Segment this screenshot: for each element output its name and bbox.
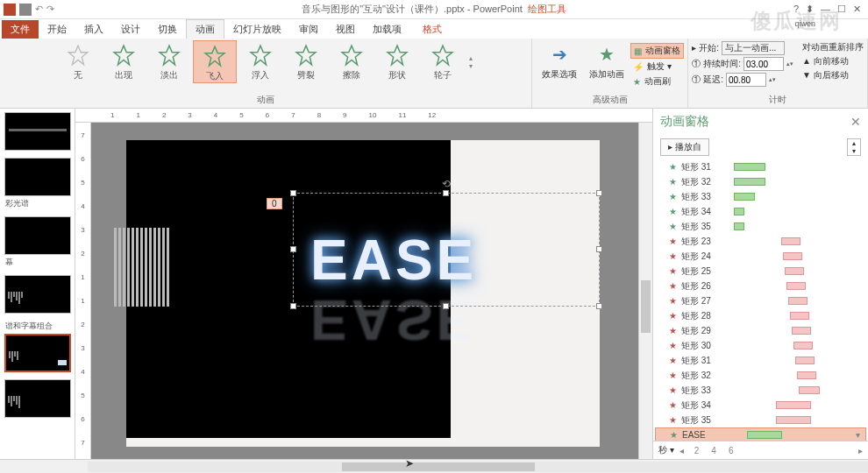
delay-spinner[interactable]: ▴▾ [769,77,776,82]
ruler-horizontal: 1123456789101112 [75,109,652,123]
slide-thumb-1[interactable] [4,112,71,151]
anim-fly-in[interactable]: 飞入 [193,40,237,83]
slide-thumb-3[interactable] [4,216,71,255]
anim-list-item[interactable]: ★矩形 32 [655,368,866,383]
anim-list-item[interactable]: ★EASE▾ [655,427,866,441]
anim-float-in[interactable]: 浮入 [238,40,282,83]
app-icon[interactable] [4,4,16,16]
duration-label: ① 持续时间: [692,58,741,70]
tab-transition[interactable]: 切换 [149,20,186,39]
anim-wipe[interactable]: 擦除 [330,40,374,83]
play-from-button[interactable]: ▸ 播放自 [660,138,709,156]
anim-list-item[interactable]: ★矩形 24 [655,249,866,264]
anim-fade[interactable]: 淡出 [147,40,191,83]
tab-insert[interactable]: 插入 [75,20,112,39]
animation-order-tag[interactable]: 0 [267,198,282,209]
svg-marker-7 [388,46,407,65]
anim-list-item[interactable]: ★矩形 25 [655,264,866,279]
duration-input[interactable] [743,57,784,71]
reorder-label: 对动画重新排序 [802,40,864,54]
start-value[interactable]: 与上一动画... [722,41,785,55]
canvas[interactable]: EASE EASE 0 ⟲ [91,123,638,459]
tab-format[interactable]: 格式 [414,20,451,39]
tab-home[interactable]: 开始 [39,20,75,39]
anim-list-item[interactable]: ★矩形 33 [655,189,866,204]
tab-review[interactable]: 审阅 [290,20,327,39]
anim-list-item[interactable]: ★矩形 32 [655,174,866,189]
animation-pane: 动画窗格✕ ▸ 播放自 ▴▾ ★矩形 31★矩形 32★矩形 33★矩形 34★… [652,109,868,459]
move-earlier-button[interactable]: ▲ 向前移动 [802,54,864,68]
anim-list-item[interactable]: ★矩形 28 [655,308,866,323]
anim-list-item[interactable]: ★矩形 34 [655,398,866,413]
ribbon-tabs: 文件 开始 插入 设计 切换 动画 幻灯片放映 审阅 视图 加载项 格式 [0,19,868,39]
tab-addins[interactable]: 加载项 [364,20,410,39]
selection-box[interactable]: ⟲ [293,193,600,307]
slide-thumb-6[interactable] [4,379,71,418]
anim-list-item[interactable]: ★矩形 35 [655,219,866,234]
effect-options-button[interactable]: ➔效果选项 [536,40,583,88]
svg-marker-4 [251,46,270,65]
qat-redo-icon[interactable]: ↷ [46,4,54,16]
group-label-timing: 计时 [769,94,786,107]
seconds-dropdown[interactable]: 秒 ▾ [658,444,674,456]
anim-none[interactable]: 无 [56,40,100,83]
anim-list-item[interactable]: ★矩形 30 [655,338,866,353]
rotate-handle-icon[interactable]: ⟲ [442,178,451,190]
anim-list-item[interactable]: ★矩形 29 [655,323,866,338]
animation-painter-button[interactable]: ★动画刷 [630,74,684,88]
bottom-scrollbar[interactable] [0,459,868,473]
tab-slideshow[interactable]: 幻灯片放映 [224,20,290,39]
reorder-buttons[interactable]: ▴▾ [847,138,861,156]
gallery-more-icon[interactable]: ▴▾ [466,40,475,83]
start-label: ▸ 开始: [692,42,719,54]
slide-thumb-5[interactable] [4,334,71,372]
anim-list-item[interactable]: ★矩形 34 [655,204,866,219]
move-later-button[interactable]: ▼ 向后移动 [802,68,864,82]
add-animation-button[interactable]: ★添加动画 [583,40,630,88]
anim-wheel[interactable]: 轮子 [421,40,465,83]
anim-list-item[interactable]: ★矩形 35 [655,413,866,427]
anim-shape[interactable]: 形状 [375,40,419,83]
duration-spinner[interactable]: ▴▾ [786,61,793,67]
slide-editor: 1123456789101112 76543211234567 EASE EAS… [75,109,652,459]
svg-marker-1 [114,46,133,65]
svg-marker-5 [296,46,316,65]
title-bar: ↶ ↷ 音乐与图形的"互动"设计（课件）.pptx - PowerPoint 绘… [0,0,868,19]
tab-design[interactable]: 设计 [112,20,149,39]
tab-file[interactable]: 文件 [2,20,39,39]
svg-marker-8 [433,46,452,65]
slide-thumbnail-panel: 彩光谱 幕 谱和字幕组合 [0,109,75,459]
qat-save-icon[interactable] [19,4,32,16]
pane-close-icon[interactable]: ✕ [850,115,861,129]
delay-label: ① 延迟: [692,74,723,86]
ribbon: 无 出现 淡出 飞入 浮入 劈裂 擦除 形状 轮子 ▴▾ 动画 ➔效果选项 ★添… [0,39,868,109]
delay-input[interactable] [726,73,766,87]
anim-split[interactable]: 劈裂 [284,40,328,83]
trigger-button[interactable]: ⚡触发 ▾ [630,60,684,74]
context-tool-label: 绘图工具 [528,3,566,16]
animation-pane-button[interactable]: ▦动画窗格 [630,43,684,59]
svg-marker-3 [205,46,224,66]
svg-marker-2 [160,46,179,65]
editor-vscroll[interactable] [638,123,652,459]
anim-list-item[interactable]: ★矩形 31 [655,353,866,368]
tab-view[interactable]: 视图 [327,20,364,39]
slide-thumb-4[interactable] [4,275,71,314]
anim-list-item[interactable]: ★矩形 23 [655,234,866,249]
main-area: 彩光谱 幕 谱和字幕组合 1123456789101112 7654321123… [0,109,868,459]
anim-list-item[interactable]: ★矩形 26 [655,279,866,293]
anim-list-item[interactable]: ★矩形 33 [655,383,866,398]
close-icon[interactable]: ✕ [853,4,861,15]
group-label-animation: 动画 [257,94,274,107]
slide-surface[interactable]: EASE EASE 0 ⟲ [126,140,600,447]
animation-list: ★矩形 31★矩形 32★矩形 33★矩形 34★矩形 35★矩形 23★矩形 … [653,159,868,441]
slide-thumb-2[interactable] [4,158,71,196]
anim-list-item[interactable]: ★矩形 31 [655,159,866,174]
timeline-ruler: 246 [689,446,853,455]
qat-undo-icon[interactable]: ↶ [35,4,43,16]
anim-list-item[interactable]: ★矩形 27 [655,293,866,308]
tab-animation[interactable]: 动画 [186,19,224,39]
anim-appear[interactable]: 出现 [102,40,146,83]
spectrum-bars [114,228,169,307]
ruler-vertical: 76543211234567 [75,123,91,459]
